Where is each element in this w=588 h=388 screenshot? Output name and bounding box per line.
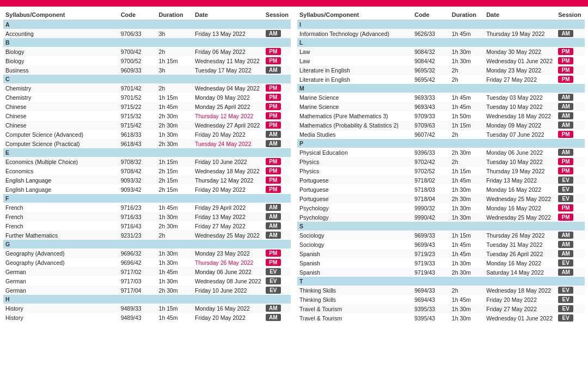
duration-cell: 1h 15m	[157, 56, 193, 65]
subject-cell: Economics	[3, 166, 119, 175]
subject-cell: Portuguese	[297, 185, 412, 194]
section-letter: M	[297, 84, 585, 93]
session-badge: AM	[266, 222, 281, 229]
session-badge: AM	[558, 149, 573, 156]
session-badge: EV	[558, 305, 573, 312]
section-header-row: C	[3, 75, 291, 83]
session-badge: AM	[558, 122, 573, 129]
session-cell: PM	[264, 175, 291, 185]
table-row: Portuguese9718/021h 45mFriday 13 May 202…	[297, 175, 585, 185]
table-row: Spanish9719/432h 30mSaturday 14 May 2022…	[297, 268, 585, 277]
date-cell: Monday 06 June 2022	[193, 267, 264, 276]
subject-cell: Physics	[297, 157, 412, 166]
session-badge: PM	[266, 177, 281, 184]
date-cell: Friday 27 May 2022	[484, 75, 556, 84]
date-cell: Friday 10 June 2022	[193, 157, 264, 166]
session-cell: EV	[556, 258, 585, 268]
session-badge: PM	[558, 214, 573, 221]
col-header-date-right: Date	[484, 10, 556, 20]
table-row: Spanish9719/231h 45mTuesday 26 April 202…	[297, 249, 585, 258]
subject-cell: Spanish	[297, 268, 412, 277]
code-cell: 9719/33	[412, 258, 450, 268]
duration-cell: 3h	[157, 65, 193, 75]
section-letter: E	[3, 148, 291, 157]
section-header-row: G	[3, 240, 291, 248]
subject-cell: Physical Education	[297, 148, 412, 157]
section-header-row: I	[297, 20, 585, 29]
subject-cell: English Language	[3, 175, 119, 185]
session-badge: PM	[266, 122, 281, 129]
table-row: English Language9093/322h 15mThursday 12…	[3, 175, 291, 185]
subject-cell: German	[3, 276, 119, 286]
subject-cell: Media Studies	[297, 130, 412, 139]
session-cell: PM	[556, 157, 585, 166]
date-cell: Wednesday 01 June 2022	[484, 56, 556, 65]
date-cell: Thursday 19 May 2022	[484, 166, 556, 175]
date-cell: Monday 16 May 2022	[484, 258, 556, 268]
section-letter: P	[297, 139, 585, 148]
table-row: French9716/331h 30mFriday 13 May 2022AM	[3, 212, 291, 221]
session-badge: PM	[266, 84, 281, 92]
duration-cell: 1h 50m	[450, 111, 484, 120]
date-cell: Monday 16 May 2022	[484, 203, 556, 213]
subject-cell: German	[3, 286, 119, 295]
duration-cell: 1h 15m	[450, 166, 484, 175]
table-row: Travel & Tourism9395/431h 30mWednesday 0…	[297, 313, 585, 323]
date-cell: Wednesday 27 April 2022	[193, 120, 264, 130]
duration-cell: 1h 30m	[450, 258, 484, 268]
code-cell: 9708/42	[119, 166, 157, 175]
subject-cell: Mathematics (Pure Mathematics 3)	[297, 111, 412, 120]
subject-cell: French	[3, 221, 119, 231]
session-badge: AM	[558, 94, 573, 101]
date-cell: Wednesday 18 May 2022	[193, 166, 264, 175]
session-badge: AM	[266, 30, 281, 37]
session-cell: PM	[556, 166, 585, 175]
duration-cell: 2h 30m	[157, 286, 193, 295]
subject-cell: History	[3, 304, 119, 313]
section-header-row: H	[3, 295, 291, 304]
code-cell: 9699/33	[412, 231, 450, 240]
table-row: Psychology9990/421h 30mWednesday 25 May …	[297, 213, 585, 222]
code-cell: 9717/02	[119, 267, 157, 276]
code-cell: 9694/43	[412, 295, 450, 304]
code-cell: 9716/33	[119, 212, 157, 221]
table-row: Mathematics (Probability & Statistics 2)…	[297, 120, 585, 130]
subject-cell: Geography (Advanced)	[3, 248, 119, 258]
date-cell: Wednesday 01 June 2022	[484, 313, 556, 323]
session-cell: PM	[264, 56, 291, 65]
session-cell: AM	[556, 240, 585, 249]
code-cell: 9084/32	[412, 47, 450, 56]
subject-cell: Business	[3, 65, 119, 75]
code-cell: 9093/32	[119, 175, 157, 185]
session-cell: PM	[556, 213, 585, 222]
subject-cell: Literature in English	[297, 75, 412, 84]
subject-cell: Computer Science (Practical)	[3, 139, 119, 148]
date-cell: Monday 23 May 2022	[193, 248, 264, 258]
section-header-row: P	[297, 139, 585, 148]
subject-cell: History	[3, 313, 119, 322]
code-cell: 9609/33	[119, 65, 157, 75]
date-cell: Friday 29 April 2022	[193, 203, 264, 212]
session-cell: PM	[264, 185, 291, 194]
code-cell: 9696/32	[119, 248, 157, 258]
subject-cell: Further Mathematics	[3, 231, 119, 240]
session-cell: PM	[264, 93, 291, 102]
left-table: Syllabus/Component Code Duration Date Se…	[3, 10, 291, 322]
subject-cell: Thinking Skills	[297, 295, 412, 304]
table-row: English Language9093/422h 15mFriday 20 M…	[3, 185, 291, 194]
session-cell: PM	[556, 65, 585, 75]
col-header-subject-left: Syllabus/Component	[3, 10, 119, 20]
subject-cell: Law	[297, 47, 412, 56]
code-cell: 9709/33	[412, 111, 450, 120]
session-badge: AM	[558, 241, 573, 248]
subject-cell: Psychology	[297, 203, 412, 213]
subject-cell: Thinking Skills	[297, 286, 412, 295]
duration-cell: 1h 45m	[450, 93, 484, 102]
session-badge: AM	[266, 232, 281, 239]
duration-cell: 2h 30m	[450, 148, 484, 157]
session-cell: PM	[556, 56, 585, 65]
session-cell: PM	[556, 47, 585, 56]
table-row: Media Studies9607/422hTuesday 07 June 20…	[297, 130, 585, 139]
section-header-row: M	[297, 84, 585, 93]
session-badge: PM	[558, 131, 573, 138]
